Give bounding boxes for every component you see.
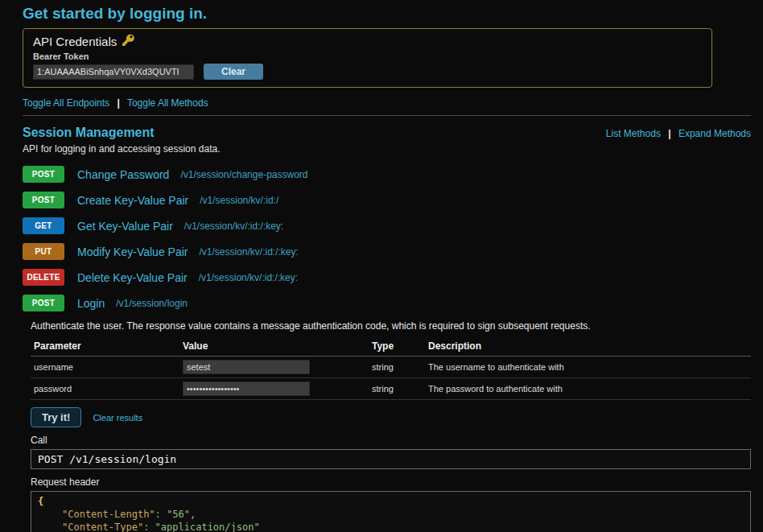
toggle-all-methods-link[interactable]: Toggle All Methods <box>127 97 208 109</box>
endpoint-path: /v1/session/kv/:id:/:key: <box>184 221 283 232</box>
try-it-button[interactable]: Try it! <box>31 407 81 427</box>
method-badge-delete: DELETE <box>23 269 64 286</box>
key-icon <box>122 34 134 49</box>
endpoint-modify-kv-pair[interactable]: PUT Modify Key-Value Pair /v1/session/kv… <box>23 243 751 260</box>
param-name: password <box>31 378 179 400</box>
password-input[interactable] <box>183 381 310 396</box>
bearer-token-input[interactable] <box>33 64 194 80</box>
clear-results-link[interactable]: Clear results <box>93 413 142 423</box>
endpoint-get-kv-pair[interactable]: GET Get Key-Value Pair /v1/session/kv/:i… <box>23 217 751 234</box>
endpoint-path: /v1/session/change-password <box>180 169 307 180</box>
param-type: string <box>369 357 425 378</box>
param-description: The username to authenticate with <box>425 357 751 378</box>
json-line: "Content-Type": "application/json" <box>38 521 744 532</box>
list-methods-link[interactable]: List Methods <box>606 128 661 139</box>
column-header-type: Type <box>369 336 425 357</box>
endpoint-path: /v1/session/login <box>116 298 188 309</box>
username-input[interactable] <box>183 360 310 374</box>
toggle-all-endpoints-link[interactable]: Toggle All Endpoints <box>23 97 109 109</box>
call-code-box: POST /v1/session/login <box>31 449 751 469</box>
expand-methods-link[interactable]: Expand Methods <box>678 128 751 139</box>
request-header-label: Request header <box>31 476 751 488</box>
section-links-separator: | <box>668 128 670 139</box>
page-title: Get started by logging in. <box>23 5 751 23</box>
endpoint-name[interactable]: Create Key-Value Pair <box>77 194 188 207</box>
endpoint-login[interactable]: POST Login /v1/session/login <box>23 295 751 311</box>
login-endpoint-detail: Authenticate the user. The response valu… <box>31 320 751 532</box>
section-header: Session Management List Methods | Expand… <box>23 126 751 140</box>
endpoint-name[interactable]: Get Key-Value Pair <box>77 220 173 233</box>
login-description: Authenticate the user. The response valu… <box>31 320 751 332</box>
endpoint-name[interactable]: Login <box>77 297 105 310</box>
method-badge-put: PUT <box>23 243 64 260</box>
section-title: Session Management <box>23 126 155 140</box>
endpoint-path: /v1/session/kv/:id:/ <box>200 195 278 206</box>
table-row-password: password string The password to authenti… <box>31 378 751 400</box>
endpoint-name[interactable]: Change Password <box>77 168 169 181</box>
api-credentials-panel: API Credentials Bearer Token Clear <box>23 28 712 88</box>
request-header-code-box: { "Content-Length": "56", "Content-Type"… <box>31 491 751 532</box>
endpoint-create-kv-pair[interactable]: POST Create Key-Value Pair /v1/session/k… <box>23 192 751 208</box>
json-open-brace: { <box>38 496 43 507</box>
column-header-description: Description <box>425 336 751 357</box>
endpoint-change-password[interactable]: POST Change Password /v1/session/change-… <box>23 166 751 183</box>
clear-token-button[interactable]: Clear <box>204 64 263 80</box>
section-description: API for logging in and accessing session… <box>23 143 751 155</box>
json-line: "Content-Length": "56", <box>38 508 744 521</box>
endpoint-path: /v1/session/kv/:id:/:key: <box>199 246 298 258</box>
credentials-title-text: API Credentials <box>33 35 117 48</box>
method-badge-post: POST <box>23 295 64 311</box>
bearer-token-label: Bearer Token <box>33 52 702 61</box>
bearer-token-row: Clear <box>33 64 702 80</box>
param-type: string <box>369 378 425 400</box>
toggle-links-separator: | <box>117 97 119 109</box>
parameters-table: Parameter Value Type Description usernam… <box>31 336 751 400</box>
section-divider <box>23 115 751 116</box>
table-header-row: Parameter Value Type Description <box>31 336 751 357</box>
table-row-username: username string The username to authenti… <box>31 357 751 378</box>
endpoint-path: /v1/session/kv/:id:/:key: <box>199 272 298 283</box>
endpoint-delete-kv-pair[interactable]: DELETE Delete Key-Value Pair /v1/session… <box>23 269 751 286</box>
try-it-row: Try it! Clear results <box>31 407 751 427</box>
method-badge-post: POST <box>23 166 64 183</box>
endpoint-name[interactable]: Modify Key-Value Pair <box>77 245 188 258</box>
column-header-parameter: Parameter <box>31 336 179 357</box>
column-header-value: Value <box>179 336 369 357</box>
credentials-title: API Credentials <box>33 34 702 49</box>
toggle-links-row: Toggle All Endpoints | Toggle All Method… <box>23 97 751 109</box>
api-docs-page: Get started by logging in. API Credentia… <box>0 0 763 532</box>
call-label: Call <box>31 435 751 446</box>
method-badge-get: GET <box>23 217 64 234</box>
param-description: The password to authenticate with <box>425 378 751 400</box>
endpoint-name[interactable]: Delete Key-Value Pair <box>77 271 188 284</box>
method-badge-post: POST <box>23 192 64 208</box>
param-name: username <box>31 357 179 378</box>
section-links: List Methods | Expand Methods <box>606 128 751 139</box>
